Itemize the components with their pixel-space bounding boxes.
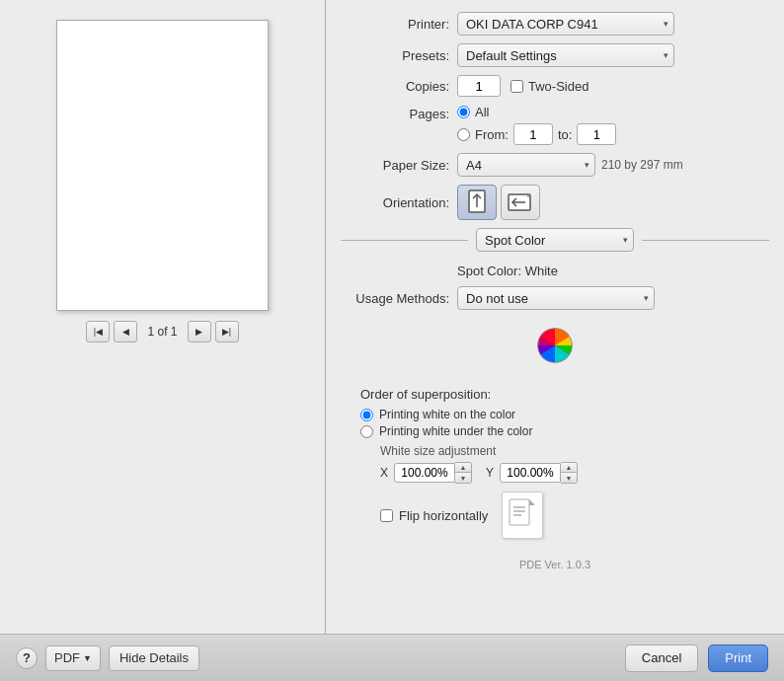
presets-select-wrap: Default Settings ▾ [457,43,674,67]
spot-color-title-row: Spot Color: White [341,264,769,278]
usage-select-wrap: Do not use Use as spot color Use as whit… [457,286,655,310]
papersize-select-wrap: A4 ▾ [457,153,595,177]
usage-select[interactable]: Do not use Use as spot color Use as whit… [457,286,655,310]
orientation-section [457,185,540,220]
document-icon [508,497,537,533]
superposition-section: Order of superposition: Printing white o… [341,383,769,543]
y-decrement-button[interactable]: ▼ [561,473,577,483]
superposition-title: Order of superposition: [360,387,769,402]
next-page-button[interactable]: ▶ [188,321,211,342]
flip-checkbox[interactable] [380,509,393,522]
preview-panel: |◀ ◀ 1 of 1 ▶ ▶| [0,0,326,634]
x-decrement-button[interactable]: ▼ [455,473,471,483]
divider-left [341,240,468,241]
papersize-label: Paper Size: [341,158,449,173]
orientation-row: Orientation: [341,185,769,220]
section-select[interactable]: Spot Color [476,228,634,252]
papersize-select[interactable]: A4 [457,153,595,177]
preview-nav: |◀ ◀ 1 of 1 ▶ ▶| [86,321,238,342]
help-button[interactable]: ? [16,647,38,669]
y-input[interactable] [500,463,561,483]
white-size-section: White size adjustment X ▲ ▼ Y [360,444,769,484]
pages-all-row: All [457,105,616,119]
section-select-wrap: Spot Color ▾ [476,228,634,252]
color-wheel-icon [535,326,575,365]
copies-label: Copies: [341,79,449,94]
orientation-label: Orientation: [341,195,449,210]
usage-methods-row: Usage Methods: Do not use Use as spot co… [341,286,769,310]
presets-row: Presets: Default Settings ▾ [341,43,769,67]
superposition-radio2[interactable] [360,425,373,438]
first-page-button[interactable]: |◀ [86,321,110,342]
presets-select[interactable]: Default Settings [457,43,674,67]
pdf-arrow-icon: ▼ [83,653,92,663]
pages-from-radio[interactable] [457,128,470,141]
last-page-button[interactable]: ▶| [215,321,239,342]
y-increment-button[interactable]: ▲ [561,463,577,473]
paper-preview [56,20,269,311]
pages-all-radio[interactable] [457,106,470,118]
flip-row: Flip horizontally [360,492,769,539]
portrait-button[interactable] [457,185,497,220]
divider-right [642,240,769,241]
bottom-bar: ? PDF ▼ Hide Details Cancel Print [0,634,784,681]
pages-label: Pages: [341,107,449,121]
svg-rect-8 [510,499,529,525]
page-count: 1 of 1 [141,325,183,339]
section-divider: Spot Color ▾ [341,228,769,252]
bottom-right: Cancel Print [625,644,768,672]
x-increment-button[interactable]: ▲ [455,463,471,473]
papersize-row: Paper Size: A4 ▾ 210 by 297 mm [341,153,769,177]
superposition-option1: Printing white on the color [360,408,769,421]
pdf-button[interactable]: PDF ▼ [45,645,101,671]
superposition-label1: Printing white on the color [379,408,515,421]
spot-color-section: Spot Color: White Usage Methods: Do not … [341,260,769,383]
pages-to-input[interactable] [577,123,616,145]
printer-select-wrap: OKI DATA CORP C941 ▾ [457,12,674,36]
dialog-content: |◀ ◀ 1 of 1 ▶ ▶| Printer: OKI DATA CORP … [0,0,784,634]
hide-details-button[interactable]: Hide Details [109,645,199,671]
superposition-option2: Printing white under the color [360,424,769,438]
pde-version: PDE Ver. 1.0.3 [341,559,769,574]
cancel-button[interactable]: Cancel [625,644,698,672]
landscape-button[interactable] [501,185,540,220]
copies-input[interactable] [457,75,501,97]
flip-label: Flip horizontally [399,508,488,523]
papersize-dimensions: 210 by 297 mm [601,158,683,172]
bottom-left: ? PDF ▼ Hide Details [16,645,199,671]
pages-from-input[interactable] [513,123,553,145]
printer-row: Printer: OKI DATA CORP C941 ▾ [341,12,769,36]
y-label: Y [486,466,494,480]
print-dialog: |◀ ◀ 1 of 1 ▶ ▶| Printer: OKI DATA CORP … [0,0,784,681]
x-stepper: ▲ ▼ [394,462,472,484]
settings-panel: Printer: OKI DATA CORP C941 ▾ Presets: D… [326,0,784,634]
print-button[interactable]: Print [708,644,768,672]
flip-icon [502,492,543,539]
superposition-radio1[interactable] [360,409,373,421]
pages-section: All From: to: [457,105,616,145]
x-input[interactable] [394,463,455,483]
copies-row: Copies: Two-Sided [341,75,769,97]
x-label: X [380,466,388,480]
pages-row: Pages: All From: to: [341,105,769,145]
twosided-checkbox[interactable] [510,80,523,93]
usage-methods-label: Usage Methods: [341,291,449,306]
x-stepper-buttons: ▲ ▼ [455,462,472,484]
twosided-label[interactable]: Two-Sided [510,79,588,94]
presets-label: Presets: [341,48,449,63]
pdf-label: PDF [54,650,80,665]
xy-row: X ▲ ▼ Y ▲ [380,462,769,484]
color-wheel-container [341,318,769,373]
y-stepper-buttons: ▲ ▼ [561,462,578,484]
pages-from-row: From: to: [457,123,616,145]
printer-label: Printer: [341,17,449,32]
printer-select[interactable]: OKI DATA CORP C941 [457,12,674,36]
y-stepper: ▲ ▼ [500,462,578,484]
prev-page-button[interactable]: ◀ [114,321,137,342]
white-size-title: White size adjustment [380,444,769,458]
spot-color-title: Spot Color: White [457,264,558,278]
superposition-label2: Printing white under the color [379,424,532,438]
